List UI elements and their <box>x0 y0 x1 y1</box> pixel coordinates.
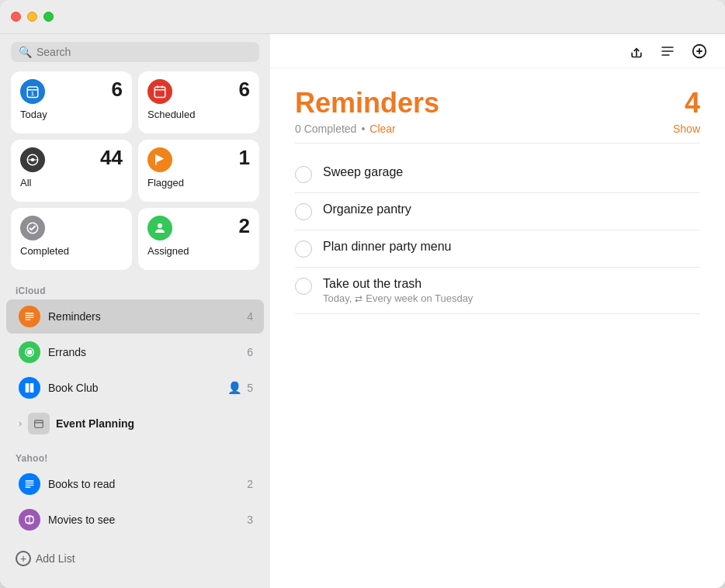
reminder-circle-1[interactable] <box>295 166 312 183</box>
close-button[interactable] <box>11 12 21 22</box>
reminder-recurrence-4: Every week on Tuesday <box>366 292 473 304</box>
show-button[interactable]: Show <box>673 123 700 135</box>
bookclub-list-count: 👤 5 <box>227 381 253 395</box>
reminders-count: 4 <box>685 87 700 119</box>
reminder-title-2: Organize pantry <box>323 202 700 216</box>
assigned-icon <box>147 216 172 240</box>
completed-icon <box>20 216 45 240</box>
svg-rect-3 <box>154 87 165 98</box>
reminder-content-2: Organize pantry <box>323 202 700 216</box>
all-label: All <box>20 177 123 189</box>
today-icon: 1 <box>20 79 45 104</box>
svg-rect-18 <box>26 383 29 393</box>
reminders-title: Reminders <box>295 87 439 119</box>
sidebar-item-bookclub[interactable]: Book Club 👤 5 <box>6 371 264 405</box>
svg-point-11 <box>158 223 162 228</box>
sidebar-item-eventplanning[interactable]: › Event Planning <box>6 406 264 441</box>
scheduled-count: 6 <box>239 79 250 99</box>
sidebar-item-bookstoread[interactable]: Books to read 2 <box>6 467 264 501</box>
today-label: Today <box>20 109 123 120</box>
reminder-item-2: Organize pantry <box>295 193 700 230</box>
reminders-list-name: Reminders <box>48 310 239 323</box>
reminder-circle-2[interactable] <box>295 203 312 220</box>
reminder-title-3: Plan dinner party menu <box>323 240 700 254</box>
reminders-list-count: 4 <box>247 310 253 323</box>
moviestosee-list-icon <box>19 509 40 531</box>
today-count: 6 <box>112 79 123 99</box>
smart-card-completed[interactable]: Completed <box>11 208 132 270</box>
smart-lists-grid: 1 6 Today <box>0 71 270 281</box>
sidebar-item-moviestosee[interactable]: Movies to see 3 <box>6 503 264 537</box>
eventplanning-group-icon <box>28 413 50 434</box>
repeat-icon: ⇄ <box>355 293 362 304</box>
assigned-count: 2 <box>239 216 250 236</box>
reminder-content-3: Plan dinner party menu <box>323 240 700 254</box>
minimize-button[interactable] <box>27 12 37 22</box>
add-list-button[interactable]: + Add List <box>0 543 270 574</box>
reminder-subtitle-4: Today, ⇄ Every week on Tuesday <box>323 292 700 304</box>
reminder-date-4: Today, <box>323 292 352 304</box>
reminder-circle-4[interactable] <box>295 278 312 295</box>
clear-button[interactable]: Clear <box>369 123 395 135</box>
flagged-icon <box>147 147 172 172</box>
chevron-right-icon: › <box>19 418 22 429</box>
toolbar <box>270 34 725 68</box>
sidebar: 🔍 1 6 <box>0 34 270 588</box>
bookclub-list-name: Book Club <box>48 382 220 394</box>
smart-card-scheduled[interactable]: 6 Scheduled <box>138 71 259 133</box>
app-body: 🔍 1 6 <box>0 34 725 588</box>
scheduled-label: Scheduled <box>147 109 250 120</box>
list-options-button[interactable] <box>658 42 677 61</box>
search-input[interactable] <box>36 46 251 58</box>
main-content: Reminders 4 0 Completed • Clear Show Swe… <box>270 34 725 588</box>
search-bar[interactable]: 🔍 <box>11 42 259 62</box>
search-icon: 🔍 <box>19 46 32 58</box>
reminders-list-icon <box>19 306 40 327</box>
add-list-label: Add List <box>36 552 75 565</box>
reminder-item-1: Sweep garage <box>295 156 700 193</box>
bookclub-list-icon <box>19 377 40 399</box>
app-window: 🔍 1 6 <box>0 0 725 588</box>
completed-dot: • <box>361 123 365 135</box>
completed-text: 0 Completed <box>295 123 356 135</box>
completed-label: Completed <box>20 245 123 257</box>
sidebar-item-errands[interactable]: Errands 6 <box>6 335 264 369</box>
completed-bar: 0 Completed • Clear Show <box>295 123 700 144</box>
svg-text:1: 1 <box>31 91 34 96</box>
sidebar-item-reminders[interactable]: Reminders 4 <box>6 299 264 334</box>
traffic-lights <box>11 12 54 22</box>
reminder-item-3: Plan dinner party menu <box>295 230 700 268</box>
svg-rect-19 <box>30 383 34 393</box>
smart-card-assigned[interactable]: 2 Assigned <box>138 208 259 270</box>
flagged-label: Flagged <box>147 177 250 189</box>
share-button[interactable] <box>627 41 646 61</box>
reminder-content-4: Take out the trash Today, ⇄ Every week o… <box>323 277 700 304</box>
bookstoread-list-icon <box>19 473 40 495</box>
reminder-item-4: Take out the trash Today, ⇄ Every week o… <box>295 268 700 314</box>
errands-list-name: Errands <box>48 346 239 358</box>
add-list-circle-icon: + <box>16 551 31 566</box>
yahoo-section-header: Yahoo! <box>0 448 270 467</box>
reminder-title-1: Sweep garage <box>323 165 700 179</box>
eventplanning-group-name: Event Planning <box>56 417 134 430</box>
all-icon <box>20 147 45 172</box>
moviestosee-list-count: 3 <box>247 514 253 526</box>
all-count: 44 <box>100 147 123 168</box>
smart-card-all[interactable]: 44 All <box>11 140 132 202</box>
reminders-view: Reminders 4 0 Completed • Clear Show Swe… <box>270 68 725 588</box>
errands-list-icon <box>19 341 40 363</box>
icloud-section-header: iCloud <box>0 281 270 299</box>
reminder-content-1: Sweep garage <box>323 165 700 179</box>
smart-card-today[interactable]: 1 6 Today <box>11 71 132 133</box>
smart-card-flagged[interactable]: 1 Flagged <box>138 140 259 202</box>
reminders-header: Reminders 4 <box>295 87 700 119</box>
errands-list-count: 6 <box>247 346 253 358</box>
bookstoread-list-name: Books to read <box>48 478 239 490</box>
add-reminder-button[interactable] <box>689 41 709 61</box>
flagged-count: 1 <box>239 147 250 168</box>
maximize-button[interactable] <box>43 12 54 22</box>
scheduled-icon <box>147 79 172 104</box>
moviestosee-list-name: Movies to see <box>48 514 239 526</box>
reminder-circle-3[interactable] <box>295 240 312 258</box>
assigned-label: Assigned <box>147 245 250 257</box>
